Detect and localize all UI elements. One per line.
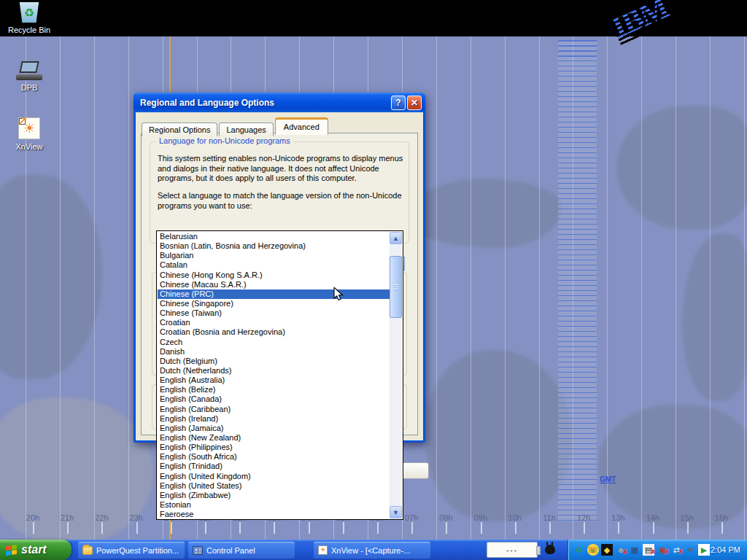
pc-error-tray-icon[interactable]: ▣✗ [657, 544, 668, 556]
scrollbar-thumb[interactable] [390, 256, 402, 318]
language-option[interactable]: Chinese (PRC) [158, 289, 390, 299]
tab-advanced[interactable]: Advanced [275, 117, 328, 135]
xnview-icon: ☀ [318, 545, 328, 555]
language-option[interactable]: English (Zimbabwe) [158, 491, 390, 500]
laptop-icon [16, 61, 42, 80]
icon-label: DPB [1, 83, 57, 92]
landmass [427, 350, 573, 521]
instruction-text: Select a language to match the language … [158, 191, 414, 211]
timezone-label: 23h [122, 513, 151, 522]
drive-image-tray-icon[interactable]: ♻ [573, 544, 585, 556]
taskbar: start PowerQuest Partition...Control Pan… [0, 540, 747, 560]
landmass [598, 405, 747, 529]
tab-regional-options[interactable]: Regional Options [142, 122, 217, 136]
dialog-title: Regional and Language Options [140, 98, 390, 108]
grid-line [607, 36, 608, 540]
language-option[interactable]: Croatian [158, 318, 390, 327]
desktop-icon-recycle-bin[interactable]: ♻ Recycle Bin [1, 2, 57, 34]
language-option[interactable]: Estonian [158, 500, 390, 510]
language-option[interactable]: English (Jamaica) [158, 424, 390, 433]
scroll-down-icon[interactable]: ▼ [390, 506, 402, 518]
top-band: IBM [0, 0, 747, 36]
tick-mark [687, 522, 689, 534]
start-button[interactable]: start [0, 540, 71, 560]
timezone-label: 15h [673, 513, 702, 522]
language-option[interactable]: English (Caribbean) [158, 405, 390, 414]
language-option[interactable]: English (Belize) [158, 385, 390, 394]
language-option[interactable]: Dutch (Belgium) [158, 357, 390, 366]
tick-mark [343, 522, 344, 534]
power-plug-icon [545, 545, 555, 554]
language-option[interactable]: English (Australia) [158, 376, 390, 385]
tick-mark [239, 522, 241, 534]
taskbar-task-3[interactable]: ☀XnView - [<Capture-... [314, 542, 430, 559]
language-option[interactable]: Danish [158, 347, 390, 357]
language-option[interactable]: Bosnian (Latin, Bosnia and Herzegovina) [158, 241, 390, 251]
language-option[interactable]: Chinese (Hong Kong S.A.R.) [158, 271, 390, 280]
icon-label: Recycle Bin [1, 26, 57, 34]
language-option[interactable]: Czech [158, 338, 390, 347]
landmass [682, 233, 747, 401]
gmt-meridian-band [558, 40, 597, 521]
antivirus-disabled-tray-icon[interactable]: ▤✗ [643, 544, 654, 556]
language-option[interactable]: English (Trinidad) [158, 462, 390, 471]
close-button[interactable]: ✕ [407, 96, 422, 110]
language-option[interactable]: English (Canada) [158, 394, 390, 404]
grid-line [641, 36, 642, 540]
taskbar-clock[interactable]: 2:04 PM [711, 540, 740, 560]
timezone-label: 10h [500, 513, 530, 522]
start-label: start [21, 543, 47, 556]
taskbar-task-2[interactable]: Control Panel [188, 542, 295, 559]
language-option[interactable]: Faeroese [158, 510, 390, 518]
language-option[interactable]: English (Ireland) [158, 414, 390, 424]
icon-label: XnView [1, 142, 57, 151]
tick-mark [309, 522, 310, 534]
language-option[interactable]: Chinese (Singapore) [158, 299, 390, 308]
tab-languages[interactable]: Languages [219, 122, 273, 136]
taskbar-task-1[interactable]: PowerQuest Partition... [78, 542, 185, 559]
gmt-label: GMT [600, 475, 616, 483]
tick-mark [481, 522, 482, 534]
tick-mark [411, 522, 413, 534]
grid-line [710, 36, 711, 540]
tick-mark [274, 522, 275, 534]
dropdown-scrollbar[interactable]: ▲ ▼ [390, 232, 402, 518]
dialog-titlebar[interactable]: Regional and Language Options ? ✕ [133, 93, 425, 112]
language-option[interactable]: Croatian (Bosnia and Herzegovina) [158, 327, 390, 337]
grid-line [60, 36, 61, 540]
description-text: This system setting enables non-Unicode … [158, 154, 414, 184]
scroll-up-icon[interactable]: ▲ [390, 232, 402, 244]
desktop-icon-dpb[interactable]: DPB [1, 61, 57, 92]
vcom-tray-icon[interactable]: ☏ [587, 544, 599, 556]
language-option[interactable]: Chinese (Taiwan) [158, 308, 390, 318]
language-option[interactable]: English (South Africa) [158, 452, 390, 462]
norton-tray-icon[interactable]: ◆ [601, 544, 613, 556]
scheduler-tray-icon[interactable]: ▶ [698, 544, 710, 556]
tick-mark [171, 522, 172, 534]
network-error-tray-icon[interactable]: ⇄✗ [670, 544, 682, 556]
timezone-label: 08h [431, 513, 460, 522]
network-places-tray-icon[interactable]: ▦ [629, 544, 640, 556]
grid-line [26, 36, 26, 540]
landmass [0, 175, 102, 379]
timezone-label: 13h [603, 513, 632, 522]
language-option[interactable]: English (United Kingdom) [158, 472, 390, 481]
tick-mark [136, 522, 138, 534]
language-option[interactable]: English (United States) [158, 481, 390, 491]
grid-line [676, 36, 676, 540]
grid-line [471, 36, 471, 540]
help-button[interactable]: ? [391, 96, 406, 110]
language-option[interactable]: Dutch (Netherlands) [158, 366, 390, 376]
windows-flag-icon [6, 544, 17, 555]
language-option[interactable]: English (Philippines) [158, 443, 390, 452]
volume-tray-icon[interactable]: ◀) [684, 544, 696, 556]
xnview-icon: ☀↗ [18, 117, 40, 139]
language-option[interactable]: Chinese (Macau S.A.R.) [158, 280, 390, 289]
battery-meter[interactable]: --- [487, 542, 538, 558]
users-offline-tray-icon[interactable]: ☻✗ [615, 544, 627, 556]
language-option[interactable]: Bulgarian [158, 251, 390, 260]
desktop-icon-xnview[interactable]: ☀↗ XnView [1, 117, 57, 151]
language-option[interactable]: English (New Zealand) [158, 433, 390, 443]
language-option[interactable]: Catalan [158, 260, 390, 270]
language-option[interactable]: Belarusian [158, 232, 390, 241]
